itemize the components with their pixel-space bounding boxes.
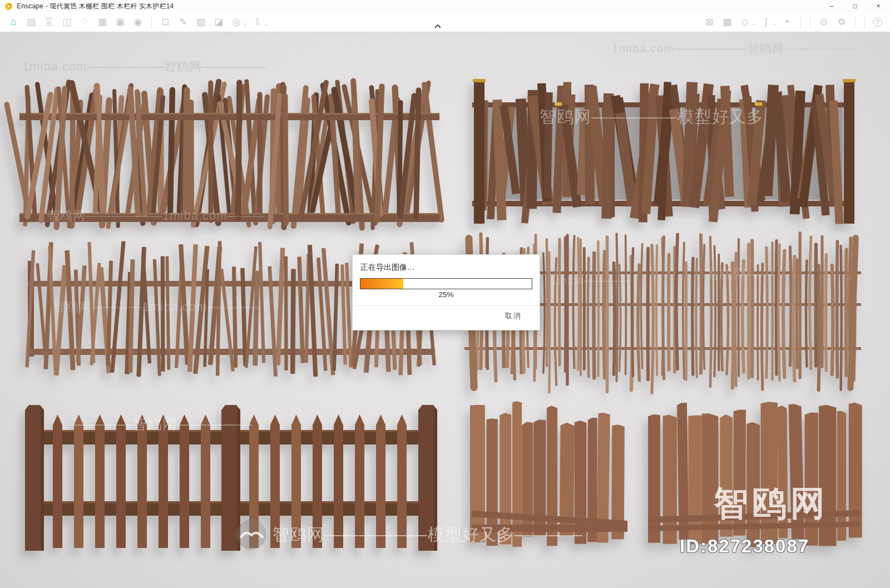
export-image-icon[interactable]: ▨ <box>194 14 208 30</box>
progress-bar <box>360 278 532 289</box>
general-settings-gear-icon[interactable]: ⚙ <box>834 14 849 30</box>
toolbar-separator <box>864 16 865 28</box>
toolbar-group-settings: ⊙⚙ <box>815 14 851 30</box>
visual-settings-eye-icon[interactable]: ⊙ <box>817 14 831 30</box>
asset-feather-icon[interactable]: ∫ <box>759 14 773 30</box>
bim-mode-icon[interactable]: BIM≡ <box>42 14 56 30</box>
fence-picket <box>25 405 437 551</box>
media-reel-icon[interactable]: ◉ <box>131 14 145 30</box>
enscape-window: { "window": { "title": "Enscape - 现代篱笆 木… <box>0 0 890 588</box>
safe-frame-icon[interactable]: ♢ <box>77 14 92 30</box>
toolbar-separator <box>810 16 810 28</box>
toolbar-group-project: ⌂▤BIM≡◫♢▦▣◉ <box>4 14 147 30</box>
help-icon[interactable]: ? <box>873 17 882 27</box>
enscape-logo-icon <box>4 2 13 11</box>
minimize-button[interactable]: – <box>820 0 843 12</box>
progress-percent: 25% <box>353 290 540 299</box>
model-cube-icon-caret[interactable]: ∨ <box>752 22 755 26</box>
fence-crossed-sticks <box>4 78 445 231</box>
exe-standalone-icon[interactable]: ⇩ <box>250 14 265 30</box>
batch-render-icon[interactable]: ▣ <box>113 14 127 30</box>
scene-notes-icon[interactable]: ▤ <box>24 14 38 30</box>
panorama-gallery-icon[interactable]: ⊠ <box>702 14 716 30</box>
panorama-360-icon-caret[interactable]: ∨ <box>244 22 247 26</box>
maximize-button[interactable]: □ <box>843 0 867 12</box>
model-cube-icon[interactable]: ◇ <box>738 14 752 30</box>
tagged-export-icon[interactable]: ◪ <box>211 14 226 30</box>
material-editor-icon[interactable]: ▩ <box>720 14 734 30</box>
panorama-360-icon[interactable]: ◎ <box>229 14 244 30</box>
toolbar-separator <box>800 16 801 28</box>
exe-standalone-icon-caret[interactable]: ∨ <box>265 22 268 26</box>
asset-feather-icon-caret[interactable]: ∨ <box>773 22 777 26</box>
dialog-separator <box>353 305 540 306</box>
screenshot-icon[interactable]: ⊡ <box>158 14 172 30</box>
render-image-icon[interactable]: ✎ <box>176 14 190 30</box>
fence-varied-planks <box>470 401 862 547</box>
dialog-title: 正在导出图像… <box>360 263 415 273</box>
home-icon[interactable]: ⌂ <box>6 14 21 30</box>
close-button[interactable]: × <box>867 0 890 12</box>
toolbar-group-capture: ⊡✎▨◪◎∨⇩∨ <box>156 14 270 30</box>
toolbar-separator <box>151 16 152 28</box>
toolbar-group-assets: ⊠▩◇∨∫∨◓ <box>700 14 796 30</box>
progress-fill <box>360 279 403 289</box>
toolbar-separator <box>855 16 856 28</box>
window-title: Enscape - 现代篱笆 木栅栏 围栏 木栏杆 实木护栏14 <box>17 2 174 11</box>
collapse-toolbar-chevron[interactable]: ^ <box>424 23 452 31</box>
building-views-icon[interactable]: ▦ <box>95 14 110 30</box>
render-window-icon[interactable]: ◫ <box>60 14 74 30</box>
titlebar: Enscape - 现代篱笆 木栅栏 围栏 木栏杆 实木护栏14 – □ × <box>0 0 890 12</box>
toolbar-group-help: ? <box>869 17 886 27</box>
fence-crossed-planks <box>472 79 856 224</box>
cancel-button[interactable]: 取消 <box>503 310 524 322</box>
vr-headset-icon[interactable]: ◓ <box>780 14 794 30</box>
export-progress-dialog: 正在导出图像… 25% 取消 <box>352 254 540 330</box>
